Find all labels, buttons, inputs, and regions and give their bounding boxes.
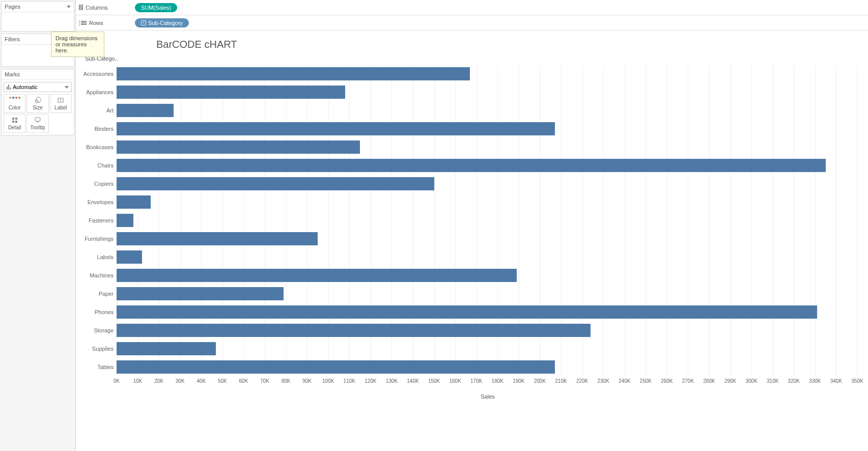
svg-rect-4: [12, 118, 14, 120]
bar-copiers[interactable]: [117, 177, 434, 190]
x-tick: 210K: [555, 378, 567, 384]
row-label-copiers[interactable]: Copiers: [81, 175, 117, 193]
x-axis-label: Sales: [117, 393, 859, 400]
row-labels: AccessoriesAppliancesArtBindersBookcases…: [81, 65, 117, 400]
x-tick: 90K: [301, 378, 313, 384]
bar-paper[interactable]: [117, 287, 284, 300]
x-tick: 260K: [661, 378, 673, 384]
filters-label: Filters: [5, 36, 20, 42]
bar-accessories[interactable]: [117, 67, 470, 80]
marks-card: Marks Automatic Color Size: [1, 69, 74, 135]
mark-type-dropdown[interactable]: Automatic: [4, 82, 72, 92]
chevron-down-icon[interactable]: [67, 6, 71, 8]
x-tick: 220K: [576, 378, 589, 384]
x-tick: 120K: [365, 378, 377, 384]
pages-label: Pages: [5, 4, 20, 10]
bar-appliances[interactable]: [117, 86, 345, 99]
marks-tooltip-label: Tooltip: [31, 125, 45, 130]
worksheet-area: Columns SUM(Sales) Rows + Sub-Category B…: [75, 0, 868, 451]
row-label-accessories[interactable]: Accessories: [81, 65, 117, 83]
marks-size-button[interactable]: Size: [26, 94, 48, 113]
row-label-art[interactable]: Art: [81, 101, 117, 120]
pages-shelf[interactable]: Pages: [1, 1, 74, 32]
x-tick: 200K: [534, 378, 546, 384]
row-label-appliances[interactable]: Appliances: [81, 83, 117, 101]
svg-rect-8: [35, 118, 40, 121]
bar-envelopes[interactable]: [117, 195, 151, 209]
x-tick: 330K: [809, 378, 821, 384]
row-label-chairs[interactable]: Chairs: [81, 156, 117, 175]
bar-phones[interactable]: [117, 305, 817, 319]
row-label-bookcases[interactable]: Bookcases: [81, 138, 117, 156]
x-tick: 30K: [174, 378, 186, 384]
row-label-binders[interactable]: Binders: [81, 120, 117, 138]
plot-area[interactable]: 0K10K20K30K40K50K60K70K80K90K100K110K120…: [117, 65, 859, 400]
x-tick: 60K: [237, 378, 249, 384]
row-label-envelopes[interactable]: Envelopes: [81, 193, 117, 211]
bar-furnishings[interactable]: [117, 232, 318, 245]
x-tick: 350K: [851, 378, 863, 384]
bar-tables[interactable]: [117, 360, 555, 374]
row-label-machines[interactable]: Machines: [81, 266, 117, 285]
x-tick: 290K: [724, 378, 737, 384]
size-icon: [28, 97, 47, 104]
x-tick: 300K: [745, 378, 758, 384]
bar-machines[interactable]: [117, 269, 517, 282]
marks-label-label: Label: [54, 105, 67, 110]
chart: AccessoriesAppliancesArtBindersBookcases…: [81, 65, 859, 400]
svg-rect-6: [12, 121, 14, 123]
row-label-furnishings[interactable]: Furnishings: [81, 230, 117, 248]
x-tick: 20K: [153, 378, 165, 384]
x-tick: 170K: [470, 378, 483, 384]
x-tick: 70K: [259, 378, 271, 384]
marks-detail-label: Detail: [8, 125, 21, 130]
columns-pill-sales[interactable]: SUM(Sales): [135, 3, 177, 12]
bar-fasteners[interactable]: [117, 214, 133, 227]
row-label-paper[interactable]: Paper: [81, 285, 117, 303]
bar-binders[interactable]: [117, 122, 555, 135]
bar-chairs[interactable]: [117, 159, 826, 172]
chevron-down-icon: [65, 86, 69, 89]
marks-tooltip-button[interactable]: Tooltip: [26, 114, 48, 133]
rows-shelf[interactable]: Rows + Sub-Category: [76, 15, 868, 31]
bar-storage[interactable]: [117, 324, 591, 337]
pill-text: SUM(Sales): [141, 5, 171, 11]
detail-icon: [5, 117, 24, 124]
x-tick: 180K: [491, 378, 503, 384]
rows-pill-subcategory[interactable]: + Sub-Category: [135, 18, 189, 27]
row-label-storage[interactable]: Storage: [81, 321, 117, 340]
row-label-supplies[interactable]: Supplies: [81, 340, 117, 358]
x-tick: 150K: [428, 378, 440, 384]
label-icon: T: [51, 97, 70, 104]
x-axis: 0K10K20K30K40K50K60K70K80K90K100K110K120…: [117, 378, 859, 385]
rows-icon: [79, 20, 87, 25]
marks-color-button[interactable]: Color: [4, 94, 25, 113]
row-label-fasteners[interactable]: Fasteners: [81, 211, 117, 230]
marks-detail-button[interactable]: Detail: [4, 114, 25, 133]
rows-shelf-label: Rows: [89, 20, 103, 26]
bar-icon: [7, 84, 11, 90]
x-tick: 230K: [597, 378, 609, 384]
x-tick: 280K: [703, 378, 715, 384]
bar-supplies[interactable]: [117, 342, 216, 355]
chart-title[interactable]: BarCODE cHART: [156, 39, 859, 50]
bar-art[interactable]: [117, 104, 174, 117]
x-tick: 100K: [322, 378, 334, 384]
marks-label-button[interactable]: T Label: [50, 94, 72, 113]
x-tick: 240K: [619, 378, 631, 384]
row-label-phones[interactable]: Phones: [81, 303, 117, 321]
x-tick: 250K: [639, 378, 652, 384]
x-tick: 110K: [343, 378, 355, 384]
left-panel: Pages Filters Marks Automatic Color: [0, 0, 75, 451]
x-tick: 10K: [132, 378, 144, 384]
svg-rect-5: [15, 118, 17, 120]
color-icon: [5, 97, 24, 99]
row-label-labels[interactable]: Labels: [81, 248, 117, 266]
tooltip-line1: Drag dimensions: [55, 35, 100, 41]
columns-shelf[interactable]: Columns SUM(Sales): [76, 0, 868, 15]
bar-labels[interactable]: [117, 250, 142, 264]
expand-icon: +: [141, 20, 146, 25]
marks-label: Marks: [5, 71, 20, 77]
bar-bookcases[interactable]: [117, 140, 360, 154]
row-label-tables[interactable]: Tables: [81, 358, 117, 376]
